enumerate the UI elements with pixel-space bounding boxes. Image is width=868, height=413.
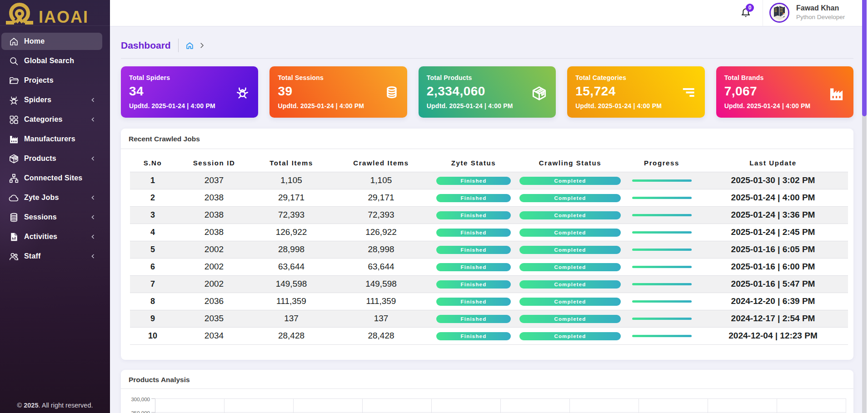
svg-text:IAOAI: IAOAI [39, 8, 89, 26]
